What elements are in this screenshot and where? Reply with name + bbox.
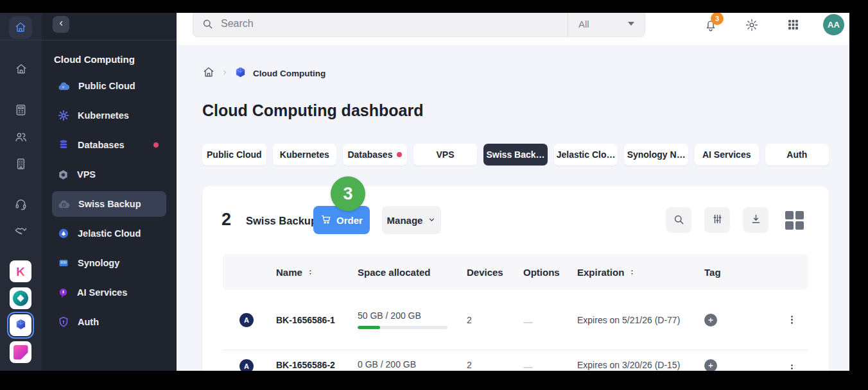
- nav-rail: K: [0, 13, 42, 371]
- sidebar-item-databases[interactable]: Databases: [52, 132, 166, 158]
- search-icon: [673, 214, 684, 227]
- add-tag-button[interactable]: [704, 314, 717, 326]
- sidebar-title: Cloud Computing: [54, 54, 135, 65]
- backup-cloud-icon: [57, 198, 71, 211]
- ksuite-logo-icon: K: [16, 266, 25, 278]
- table-body: ABK-1656586-150 GB / 200 GB2Expires on 5…: [223, 290, 808, 371]
- column-label: Tag: [704, 267, 721, 278]
- tab-databases[interactable]: Databases: [343, 144, 407, 165]
- kchat-app-tile[interactable]: [10, 341, 31, 363]
- devices-count: 2: [467, 315, 472, 325]
- rail-billing-icon[interactable]: [0, 102, 42, 117]
- sidebar-item-jelastic-cloud[interactable]: Jelastic Cloud: [52, 221, 166, 246]
- chevron-right-icon: [221, 67, 229, 79]
- download-icon: [750, 213, 762, 227]
- rail-organization-icon[interactable]: [0, 156, 42, 171]
- tab-ai-services[interactable]: AI Services: [695, 144, 759, 165]
- plus-icon: [707, 316, 715, 324]
- tab-label: Swiss Back…: [487, 149, 545, 160]
- sidebar-collapse-button[interactable]: [53, 16, 69, 33]
- tab-public-cloud[interactable]: Public Cloud: [202, 144, 266, 165]
- swiss-backup-panel: 2 Swiss Backup Order Manage NameSpace al…: [202, 186, 829, 371]
- acronis-badge-icon: A: [239, 313, 254, 327]
- sidebar-item-kubernetes[interactable]: Kubernetes: [52, 103, 166, 128]
- sidebar-item-label: Databases: [78, 140, 125, 150]
- settings-button[interactable]: [741, 15, 763, 37]
- sidebar-item-public-cloud[interactable]: Public Cloud: [52, 73, 166, 99]
- tab-label: Public Cloud: [207, 149, 262, 160]
- sidebar-item-swiss-backup[interactable]: Swiss Backup: [52, 191, 166, 217]
- sidebar-item-label: Public Cloud: [78, 81, 135, 91]
- page-title: Cloud Computing dashboard: [202, 101, 423, 120]
- rail-support-icon[interactable]: [0, 196, 42, 212]
- rail-users-icon[interactable]: [0, 129, 42, 144]
- tab-kubernetes[interactable]: Kubernetes: [273, 144, 337, 165]
- product-sidebar: Cloud Computing Public CloudKubernetesDa…: [42, 13, 177, 371]
- manage-button-label: Manage: [387, 215, 423, 226]
- column-header-name[interactable]: Name: [276, 267, 358, 278]
- plus-icon: [707, 362, 715, 369]
- breadcrumb: Cloud Computing: [202, 65, 326, 81]
- home-icon[interactable]: [202, 65, 215, 81]
- home-button[interactable]: [9, 16, 32, 39]
- table-header: NameSpace allocatedDevicesOptionsExpirat…: [223, 254, 808, 290]
- kebab-icon: [786, 314, 797, 325]
- column-header-expiration[interactable]: Expiration: [577, 267, 704, 278]
- sidebar-item-vps[interactable]: VPS: [52, 162, 166, 187]
- search-input[interactable]: [220, 17, 568, 30]
- notification-badge: 3: [711, 13, 724, 25]
- kdrive-logo-icon: [13, 291, 28, 306]
- space-allocated-value: 0 GB / 200 GB: [358, 359, 467, 369]
- grid-view-button[interactable]: [784, 210, 804, 230]
- sliders-icon: [711, 213, 724, 227]
- search-icon: [202, 18, 213, 30]
- backup-name[interactable]: BK-1656586-1: [276, 315, 335, 325]
- breadcrumb-item[interactable]: Cloud Computing: [253, 69, 326, 78]
- search-scope-dropdown[interactable]: All: [568, 13, 645, 37]
- synology-icon: [57, 257, 70, 269]
- search-box: All: [193, 13, 645, 37]
- cloud-computing-app-tile[interactable]: [10, 314, 31, 336]
- add-tag-button[interactable]: [704, 359, 717, 371]
- tab-swiss-back[interactable]: Swiss Back…: [483, 144, 548, 165]
- rail-partner-icon[interactable]: [0, 223, 42, 238]
- filter-button[interactable]: [704, 207, 730, 233]
- table-search-button[interactable]: [666, 207, 691, 233]
- panel-title: Swiss Backup: [246, 215, 317, 227]
- notifications-button[interactable]: 3: [700, 15, 722, 37]
- tab-vps[interactable]: VPS: [413, 144, 478, 165]
- export-button[interactable]: [743, 207, 768, 233]
- kchat-logo-icon: [13, 345, 28, 360]
- tab-label: Synology N…: [627, 149, 686, 160]
- sidebar-item-auth[interactable]: Auth: [52, 309, 166, 335]
- app-window: K Cloud Computing Public CloudKubernetes…: [0, 13, 849, 371]
- sort-icon: [307, 269, 314, 276]
- row-menu-button[interactable]: [783, 311, 801, 329]
- table-row[interactable]: ABK-1656586-150 GB / 200 GB2Expires on 5…: [223, 290, 808, 350]
- search-scope-value: All: [578, 19, 589, 30]
- backup-name[interactable]: BK-1656586-2: [276, 360, 335, 370]
- sidebar-item-ai-services[interactable]: AI Services: [52, 280, 166, 305]
- options-empty-dash: [523, 367, 533, 368]
- sidebar-item-synology[interactable]: Synology: [52, 250, 166, 276]
- rail-home-icon[interactable]: [0, 61, 42, 76]
- row-menu-button[interactable]: [783, 359, 801, 371]
- manage-button[interactable]: Manage: [382, 206, 441, 234]
- jelastic-icon: [57, 227, 70, 240]
- tab-auth[interactable]: Auth: [765, 144, 829, 165]
- expiration-text: Expires on 3/20/26 (D-15): [577, 360, 680, 370]
- ksuite-app-tile[interactable]: K: [10, 260, 31, 282]
- tab-synology-n[interactable]: Synology N…: [624, 144, 688, 165]
- header-divider: [0, 40, 177, 40]
- table-row[interactable]: ABK-1656586-20 GB / 200 GB2Expires on 3/…: [223, 350, 808, 371]
- apps-grid-button[interactable]: [782, 15, 804, 37]
- cart-icon: [320, 214, 332, 227]
- user-avatar[interactable]: AA: [823, 14, 844, 35]
- tab-jelastic-clo[interactable]: Jelastic Clo…: [554, 144, 618, 165]
- acronis-badge-icon: A: [239, 359, 254, 371]
- sidebar-item-label: Synology: [78, 258, 119, 268]
- main-content: Cloud Computing Cloud Computing dashboar…: [177, 45, 849, 371]
- order-button[interactable]: Order: [313, 206, 370, 234]
- ai-icon: [57, 287, 69, 299]
- kdrive-app-tile[interactable]: [10, 287, 31, 309]
